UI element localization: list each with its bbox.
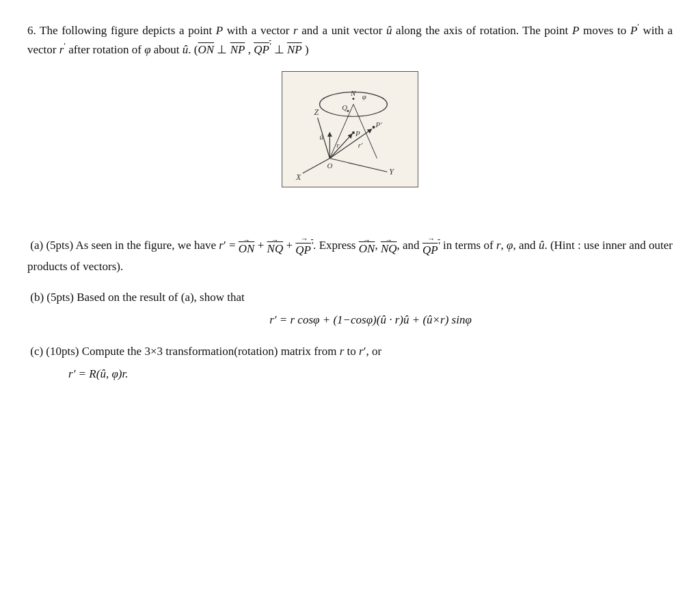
part-a-text: (a) (5pts) As seen in the figure, we hav… bbox=[27, 235, 673, 276]
svg-text:X: X bbox=[295, 172, 301, 182]
figure-container: Z X Y O N φ P P′ bbox=[27, 71, 673, 187]
part-b: (b) (5pts) Based on the result of (a), s… bbox=[27, 288, 673, 329]
svg-text:P′: P′ bbox=[375, 120, 383, 129]
part-a: (a) (5pts) As seen in the figure, we hav… bbox=[27, 235, 673, 276]
svg-text:O: O bbox=[327, 161, 332, 170]
svg-point-12 bbox=[352, 98, 354, 100]
svg-rect-0 bbox=[282, 72, 418, 187]
part-b-label: (b) (5pts) bbox=[27, 291, 74, 304]
part-c-text: (c) (10pts) Compute the 3×3 transformati… bbox=[27, 342, 673, 360]
part-c-equation: r′ = R(û, φ)r. bbox=[68, 365, 673, 383]
svg-text:Q: Q bbox=[342, 103, 347, 111]
svg-text:N: N bbox=[350, 88, 356, 96]
svg-text:P: P bbox=[355, 129, 360, 137]
part-b-text: (b) (5pts) Based on the result of (a), s… bbox=[27, 288, 673, 306]
svg-point-16 bbox=[373, 126, 375, 129]
svg-point-14 bbox=[352, 131, 355, 134]
problem-number: 6. bbox=[27, 24, 36, 37]
svg-point-24 bbox=[347, 110, 349, 112]
problem-statement: 6. The following figure depicts a point … bbox=[27, 21, 673, 59]
svg-text:û: û bbox=[320, 133, 324, 141]
part-a-label: (a) (5pts) bbox=[27, 239, 73, 252]
rotation-figure: Z X Y O N φ P P′ bbox=[282, 71, 418, 187]
part-c: (c) (10pts) Compute the 3×3 transformati… bbox=[27, 342, 673, 383]
part-c-label: (c) (10pts) bbox=[27, 345, 79, 358]
figure-svg: Z X Y O N φ P P′ bbox=[282, 72, 418, 187]
svg-text:Z: Z bbox=[314, 107, 319, 117]
svg-text:φ: φ bbox=[362, 92, 366, 100]
svg-text:r′: r′ bbox=[358, 140, 363, 148]
part-b-equation: r′ = r cosφ + (1−cosφ)(û · r)û + (û×r) s… bbox=[68, 311, 673, 329]
